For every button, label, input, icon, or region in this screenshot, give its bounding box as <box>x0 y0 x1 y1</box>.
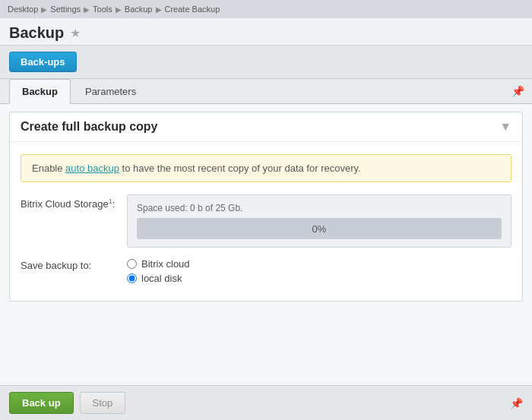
section-body: Enable auto backup to have the most rece… <box>10 142 522 301</box>
auto-backup-link[interactable]: auto backup <box>65 163 119 174</box>
cloud-storage-label: Bitrix Cloud Storage1: <box>21 194 119 210</box>
backup-button[interactable]: Back up <box>9 392 74 414</box>
toolbar: Back-ups <box>0 46 532 79</box>
create-backup-section: Create full backup copy ▼ Enable auto ba… <box>9 112 523 302</box>
radio-bitrix-cloud-label: Bitrix cloud <box>141 258 190 270</box>
page-title: Backup <box>9 24 64 42</box>
radio-bitrix-cloud[interactable]: Bitrix cloud <box>127 258 190 270</box>
stop-button[interactable]: Stop <box>80 392 126 414</box>
breadcrumb-item-create-backup: Create Backup <box>165 5 220 14</box>
breadcrumb-sep-1: ▶ <box>41 5 47 14</box>
main-content: Create full backup copy ▼ Enable auto ba… <box>0 104 532 420</box>
action-bar: Back up Stop 📌 <box>0 385 532 420</box>
breadcrumb-sep-3: ▶ <box>116 5 122 14</box>
favorite-star-icon[interactable]: ★ <box>70 26 81 40</box>
save-backup-label: Save backup to: <box>21 258 119 271</box>
tab-parameters[interactable]: Parameters <box>72 79 149 103</box>
pin-icon-tabs[interactable]: 📌 <box>511 85 524 97</box>
backups-button[interactable]: Back-ups <box>9 52 77 72</box>
info-text-prefix: Enable <box>32 163 65 174</box>
pin-icon-bottom[interactable]: 📌 <box>510 397 523 409</box>
breadcrumb-item-settings[interactable]: Settings <box>50 5 81 14</box>
breadcrumb-item-tools[interactable]: Tools <box>93 5 112 14</box>
save-backup-row: Save backup to: Bitrix cloud local disk <box>21 258 511 284</box>
breadcrumb-item-backup[interactable]: Backup <box>125 5 153 14</box>
breadcrumb: Desktop ▶ Settings ▶ Tools ▶ Backup ▶ Cr… <box>0 0 532 18</box>
progress-bar: 0% <box>137 218 502 239</box>
radio-bitrix-cloud-input[interactable] <box>127 259 137 269</box>
storage-box: Space used: 0 b of 25 Gb. 0% <box>127 194 511 248</box>
cloud-storage-field: Bitrix Cloud Storage1: Space used: 0 b o… <box>21 194 511 248</box>
page-header: Backup ★ <box>0 18 532 46</box>
radio-local-disk[interactable]: local disk <box>127 273 190 284</box>
breadcrumb-sep-4: ▶ <box>156 5 162 14</box>
section-header: Create full backup copy ▼ <box>10 112 522 142</box>
tabs-bar: Backup Parameters 📌 <box>0 79 532 104</box>
info-box: Enable auto backup to have the most rece… <box>21 154 511 182</box>
save-backup-options: Bitrix cloud local disk <box>127 258 190 284</box>
radio-local-disk-label: local disk <box>141 273 182 284</box>
breadcrumb-item-desktop[interactable]: Desktop <box>8 5 38 14</box>
tab-backup[interactable]: Backup <box>9 79 71 104</box>
space-used-text: Space used: 0 b of 25 Gb. <box>137 203 502 213</box>
breadcrumb-sep-2: ▶ <box>84 5 90 14</box>
info-text-suffix: to have the most recent copy of your dat… <box>119 163 361 174</box>
cloud-storage-sup: 1 <box>109 197 112 205</box>
radio-local-disk-input[interactable] <box>127 273 137 283</box>
section-title: Create full backup copy <box>21 120 158 134</box>
chevron-down-icon[interactable]: ▼ <box>499 120 511 134</box>
progress-label: 0% <box>312 223 327 235</box>
